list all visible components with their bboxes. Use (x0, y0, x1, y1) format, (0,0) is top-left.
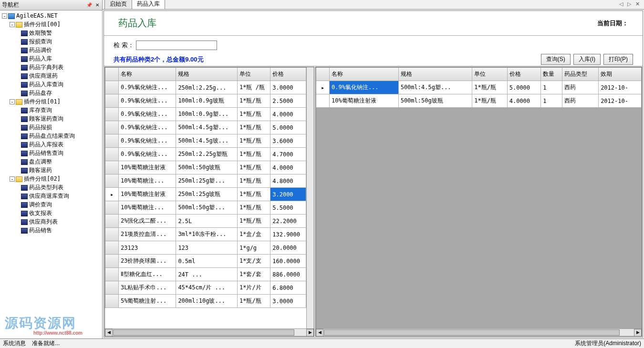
cell-name[interactable]: 23价肺炎球菌... (119, 255, 176, 268)
cell-price[interactable]: 886.0000 (270, 268, 306, 281)
cell-spec[interactable]: 250ml:25g玻瓶 (176, 188, 238, 201)
left-hscroll[interactable]: ◀▶ (105, 328, 314, 336)
cell-price[interactable]: 3.0000 (270, 295, 306, 308)
tree-item[interactable]: 药品入库 (29, 55, 52, 62)
tree-item[interactable]: 效期预警 (29, 30, 52, 36)
cell-spec[interactable]: 2.5L (176, 215, 238, 228)
tree-group-label[interactable]: 插件分组[02] (24, 175, 61, 182)
tree-expander[interactable]: - (2, 13, 7, 19)
nav-tree[interactable]: -AgileEAS.NET-插件分组[00]效期预警报损查询药品调价药品入库药品… (0, 10, 102, 338)
cell-unit[interactable]: 1*瓶/瓶 (237, 215, 270, 228)
cell-name[interactable]: 2%强化戊二醛... (119, 215, 176, 228)
table-row[interactable]: 10%葡萄糖注射液500ml:50g玻瓶1*瓶/瓶4.00001西药2012-1… (316, 94, 642, 108)
cell-unit[interactable]: 1*瓶/瓶 (237, 201, 270, 215)
table-row[interactable]: 0.9%氯化钠注...100ml:0.9g塑...1*瓶/瓶4.0000 (105, 108, 306, 121)
cell-unit[interactable]: 1*瓶/瓶 (237, 148, 270, 161)
cell-spec[interactable]: 500ml:50g塑... (176, 201, 238, 215)
col-header[interactable]: 名称 (330, 68, 399, 81)
cell-price[interactable]: 22.2000 (270, 215, 306, 228)
tab-controls[interactable]: ◁ ▷ ✕ (619, 1, 641, 7)
tree-item[interactable]: 收支报表 (29, 210, 52, 216)
cell-name[interactable]: Ⅱ型糖化血红... (119, 268, 176, 281)
cell-name[interactable]: 10%葡萄糖注射液 (119, 161, 176, 174)
tree-item[interactable]: 药品盘存 (29, 90, 52, 96)
tree-item[interactable]: 盘点调整 (29, 158, 52, 165)
table-row[interactable]: 5%葡萄糖注射...200ml:10g玻...1*瓶/瓶3.0000 (105, 295, 306, 308)
cell-spec[interactable]: 500ml:4.5g玻... (176, 134, 238, 148)
tree-item[interactable]: 药品入库查询 (29, 81, 63, 88)
tree-item[interactable]: 药品盘点结果查询 (29, 133, 75, 139)
cell-name[interactable]: 0.9%氯化钠注... (119, 108, 176, 121)
cell-qty[interactable]: 1 (541, 81, 562, 94)
cell-price[interactable]: 20.0000 (270, 241, 306, 255)
cell-unit[interactable]: 1*瓶/瓶 (237, 174, 270, 188)
left-grid[interactable]: 名称规格单位价格0.9%氯化钠注...250ml:2.25g...1*瓶 /瓶3… (105, 67, 306, 308)
cell-price[interactable]: 3.6000 (270, 134, 306, 148)
tree-item[interactable]: 药品销售 (29, 227, 52, 234)
table-row[interactable]: 10%葡萄糖注射液500ml:50g玻瓶1*瓶/瓶4.0000 (105, 161, 306, 174)
cell-price[interactable]: 5.5000 (270, 201, 306, 215)
query-button[interactable]: 查询(S) (541, 54, 571, 65)
table-row[interactable]: 3L粘贴手术巾...45*45cm/片 ...1*片/片6.8000 (105, 281, 306, 295)
col-header[interactable]: 名称 (119, 68, 176, 81)
cell-unit[interactable]: 1*套/套 (237, 268, 270, 281)
tree-item[interactable]: 药品字典列表 (29, 64, 63, 71)
cell-exp[interactable]: 2012-10- (599, 94, 642, 108)
tree-item[interactable]: 供应商退药 (29, 72, 58, 79)
table-row[interactable]: 21项质控血清...3ml*10冻干粉...1*盒/盒132.9000 (105, 228, 306, 241)
cell-spec[interactable]: 24T ... (176, 268, 238, 281)
col-header[interactable]: 价格 (507, 68, 540, 81)
cell-unit[interactable]: 1*瓶/瓶 (237, 121, 270, 134)
tree-expander[interactable]: - (10, 99, 15, 104)
cell-name[interactable]: 0.9%氯化钠注... (119, 134, 176, 148)
cell-price[interactable]: 4.7000 (270, 148, 306, 161)
cell-spec[interactable]: 250ml:2.25g塑瓶 (176, 148, 238, 161)
cell-price[interactable]: 4.0000 (270, 161, 306, 174)
tree-item[interactable]: 顾客退药 (29, 167, 52, 174)
cell-spec[interactable]: 100ml:0.9g塑... (176, 108, 238, 121)
cell-spec[interactable]: 500ml:50g玻瓶 (176, 161, 238, 174)
right-hscroll[interactable]: ◀▶ (316, 328, 642, 336)
col-header[interactable]: 数量 (541, 68, 562, 81)
cell-price[interactable]: 4.0000 (507, 94, 540, 108)
col-header[interactable]: 单位 (237, 68, 270, 81)
cell-price[interactable]: 5.0000 (507, 81, 540, 94)
tree-item[interactable]: 药品报损 (29, 124, 52, 131)
tree-item[interactable]: 供应商列表 (29, 218, 58, 225)
tree-expander[interactable]: - (10, 176, 15, 182)
in-button[interactable]: 入库(I) (573, 54, 601, 65)
cell-spec[interactable]: 3ml*10冻干粉... (176, 228, 238, 241)
col-header[interactable]: 效期 (599, 68, 642, 81)
cell-unit[interactable]: 1*瓶/瓶 (237, 161, 270, 174)
cell-unit[interactable]: 1*瓶/瓶 (237, 188, 270, 201)
cell-name[interactable]: 23123 (119, 241, 176, 255)
table-row[interactable]: 10%葡萄糖注...250ml:25g塑...1*瓶/瓶4.8000 (105, 174, 306, 188)
cell-name[interactable]: 0.9%氯化钠注... (119, 148, 176, 161)
cell-price[interactable]: 5.0000 (270, 121, 306, 134)
cell-spec[interactable]: 500ml:4.5g塑... (398, 81, 472, 94)
cell-name[interactable]: 0.9%氯化钠注... (330, 81, 399, 94)
cell-unit[interactable]: 1*瓶/瓶 (237, 94, 270, 108)
cell-type[interactable]: 西药 (562, 94, 599, 108)
tree-root-label[interactable]: AgileEAS.NET (16, 12, 58, 19)
tree-item[interactable]: 药品类型列表 (29, 184, 63, 191)
cell-spec[interactable]: 500ml:4.5g塑... (176, 121, 238, 134)
cell-unit[interactable]: 1*支/支 (237, 255, 270, 268)
cell-unit[interactable]: 1*片/片 (237, 281, 270, 295)
tree-item[interactable]: 调价查询 (29, 201, 52, 208)
tree-group-label[interactable]: 插件分组[00] (24, 21, 61, 28)
cell-name[interactable]: 10%葡萄糖注... (119, 174, 176, 188)
table-row[interactable]: 231231231*g/g20.0000 (105, 241, 306, 255)
col-header[interactable]: 规格 (398, 68, 472, 81)
cell-name[interactable]: 10%葡萄糖注... (119, 201, 176, 215)
cell-unit[interactable]: 1*瓶/瓶 (237, 108, 270, 121)
tree-item[interactable]: 报损查询 (29, 38, 52, 45)
cell-price[interactable]: 3.2000 (270, 188, 306, 201)
cell-spec[interactable]: 250ml:25g塑... (176, 174, 238, 188)
tree-group-label[interactable]: 插件分组[01] (24, 98, 61, 105)
tab-drug-in[interactable]: 药品入库 (132, 0, 165, 9)
table-row[interactable]: 10%葡萄糖注...500ml:50g塑...1*瓶/瓶5.5000 (105, 201, 306, 215)
cell-name[interactable]: 5%葡萄糖注射... (119, 295, 176, 308)
search-input[interactable] (136, 41, 217, 50)
cell-unit[interactable]: 1*盒/盒 (237, 228, 270, 241)
